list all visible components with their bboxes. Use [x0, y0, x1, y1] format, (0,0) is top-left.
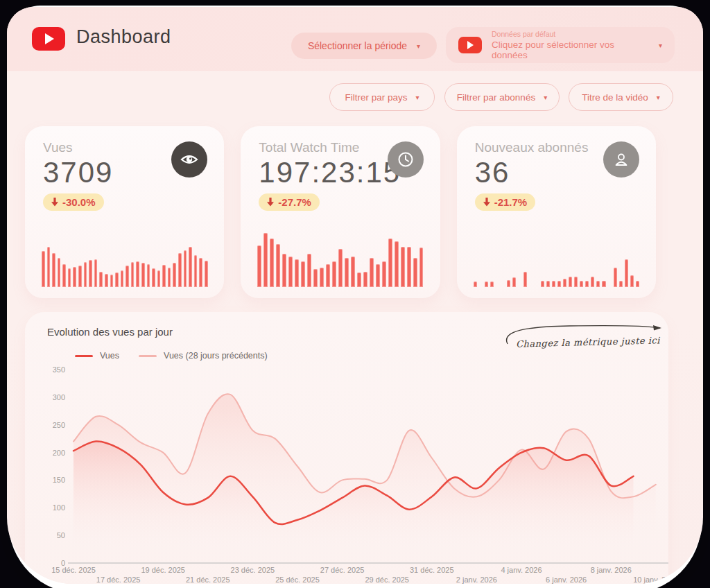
svg-text:25 déc. 2025: 25 déc. 2025: [275, 576, 320, 584]
down-arrow-icon: [267, 198, 274, 207]
mini-bar: [307, 254, 311, 287]
select-period-label: Sélectionner la période: [308, 40, 407, 51]
svg-text:100: 100: [53, 503, 65, 512]
mini-bar: [121, 270, 124, 287]
mini-bar: [585, 281, 589, 287]
delta-badge: -30.0%: [43, 193, 104, 211]
mini-bar: [189, 247, 192, 287]
mini-bar: [42, 251, 45, 287]
mini-bar: [47, 247, 51, 287]
caret-down-icon: ▾: [657, 94, 660, 101]
youtube-logo-icon: [32, 27, 65, 51]
mini-bar: [152, 268, 155, 287]
svg-text:4 janv. 2026: 4 janv. 2026: [501, 566, 542, 574]
mini-bar: [636, 281, 639, 287]
dashboard-app: Dashboard Sélectionner la période ▾ Donn…: [7, 7, 703, 584]
eye-icon[interactable]: [171, 141, 207, 178]
mini-bar: [401, 247, 405, 287]
filter-country-label: Filtrer par pays: [345, 92, 407, 103]
mini-bar: [276, 244, 280, 287]
mini-bar: [125, 266, 129, 287]
chart-title: Evolution des vues par jour: [47, 326, 173, 338]
eye-glyph: [180, 150, 199, 169]
mini-bar: [370, 258, 374, 287]
mini-bar: [382, 261, 386, 287]
svg-text:50: 50: [57, 531, 65, 539]
mini-bar: [147, 264, 150, 287]
mini-bar: [184, 250, 187, 287]
select-period-button[interactable]: Sélectionner la période ▾: [291, 33, 437, 59]
svg-text:19 déc. 2025: 19 déc. 2025: [141, 566, 185, 574]
caret-down-icon: ▾: [659, 42, 662, 49]
down-arrow-icon: [51, 198, 58, 207]
mini-bar: [131, 262, 135, 287]
mini-bar: [557, 281, 561, 287]
mini-bar: [574, 277, 578, 287]
mini-bar: [301, 261, 305, 287]
mini-bar: [288, 257, 293, 287]
mini-bar: [602, 281, 605, 287]
mini-bar: [295, 259, 299, 287]
person-icon[interactable]: [603, 141, 639, 178]
mini-bar: [419, 248, 424, 287]
mini-bar: [351, 257, 355, 287]
caret-down-icon: ▾: [416, 94, 419, 101]
mini-bar: [630, 275, 634, 287]
mini-bar: [580, 281, 583, 287]
mini-bar: [541, 281, 544, 287]
mini-bar-chart: [474, 225, 639, 287]
filter-country-button[interactable]: Filtrer par pays ▾: [329, 83, 435, 111]
mini-bar: [485, 282, 488, 287]
svg-text:31 déc. 2025: 31 déc. 2025: [410, 566, 454, 574]
svg-text:6 janv. 2026: 6 janv. 2026: [546, 576, 587, 584]
filter-video-title-button[interactable]: Titre de la vidéo ▾: [569, 83, 673, 111]
mini-bar: [168, 268, 171, 287]
filter-subscribers-button[interactable]: Filtrer par abonnés ▾: [444, 83, 560, 111]
mini-bar: [313, 269, 318, 287]
delta-value: -21.7%: [494, 196, 528, 208]
mini-bar: [105, 274, 108, 287]
mini-bar: [62, 264, 66, 287]
delta-value: -30.0%: [62, 196, 96, 208]
mini-bar: [474, 282, 477, 287]
svg-text:350: 350: [53, 365, 65, 374]
line-chart: 05010015020025030035015 déc. 202519 déc.…: [25, 365, 668, 584]
mini-bar: [507, 280, 510, 287]
svg-text:21 déc. 2025: 21 déc. 2025: [186, 576, 230, 584]
mini-bar: [357, 273, 361, 287]
mini-bar: [73, 267, 76, 287]
svg-text:15 déc. 2025: 15 déc. 2025: [51, 566, 96, 574]
mini-bar: [99, 272, 103, 287]
caret-down-icon: ▾: [544, 94, 547, 101]
mini-bar: [523, 272, 527, 287]
mini-bar: [58, 258, 61, 287]
mini-bar: [326, 264, 330, 287]
mini-bar: [413, 258, 417, 287]
mini-bar: [338, 249, 343, 287]
svg-text:200: 200: [53, 449, 65, 457]
mini-bar-chart: [257, 225, 423, 287]
svg-text:23 déc. 2025: 23 déc. 2025: [231, 566, 275, 574]
mini-bar: [490, 282, 494, 287]
legend-swatch-current: [75, 355, 93, 357]
mini-bar: [68, 268, 71, 287]
data-source-line1: Données par défaut: [492, 30, 649, 38]
legend-label-current: Vues: [100, 351, 119, 361]
youtube-icon: [458, 37, 482, 53]
data-source-line2: Cliquez pour sélectionner vos données: [492, 40, 649, 60]
mini-bar: [270, 239, 274, 287]
clock-icon[interactable]: [388, 141, 424, 178]
mini-bar: [563, 279, 566, 287]
mini-bar: [78, 266, 82, 287]
mini-bar: [141, 263, 145, 287]
mini-bar: [136, 261, 139, 287]
mini-bar: [89, 260, 92, 287]
svg-text:17 déc. 2025: 17 déc. 2025: [96, 576, 141, 584]
views-evolution-card: Evolution des vues par jour Changez la m…: [25, 312, 668, 584]
data-source-button[interactable]: Données par défaut Cliquez pour sélectio…: [446, 27, 675, 63]
svg-text:300: 300: [53, 393, 65, 401]
mini-bar: [345, 258, 349, 287]
mini-bar: [157, 270, 161, 287]
mini-bar: [282, 254, 286, 287]
delta-value: -27.7%: [278, 196, 311, 208]
